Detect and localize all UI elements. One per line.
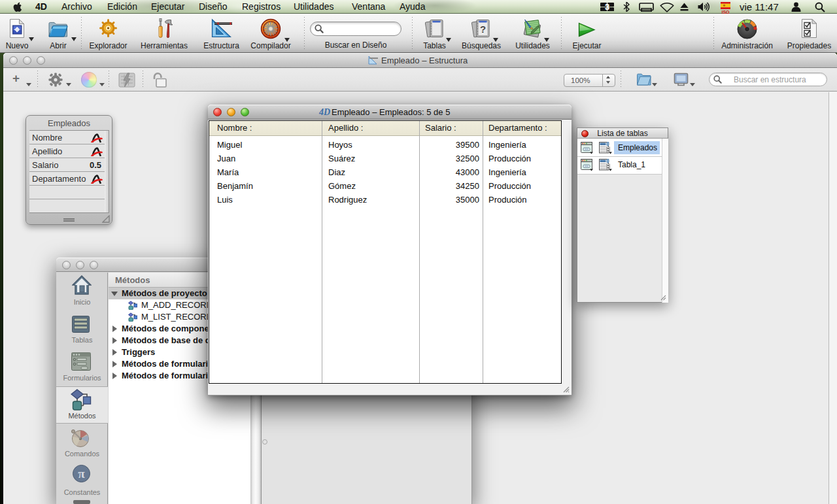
svg-text:π: π [78,467,85,480]
svg-text:3: 3 [605,3,609,11]
svg-text:?: ? [480,24,486,35]
